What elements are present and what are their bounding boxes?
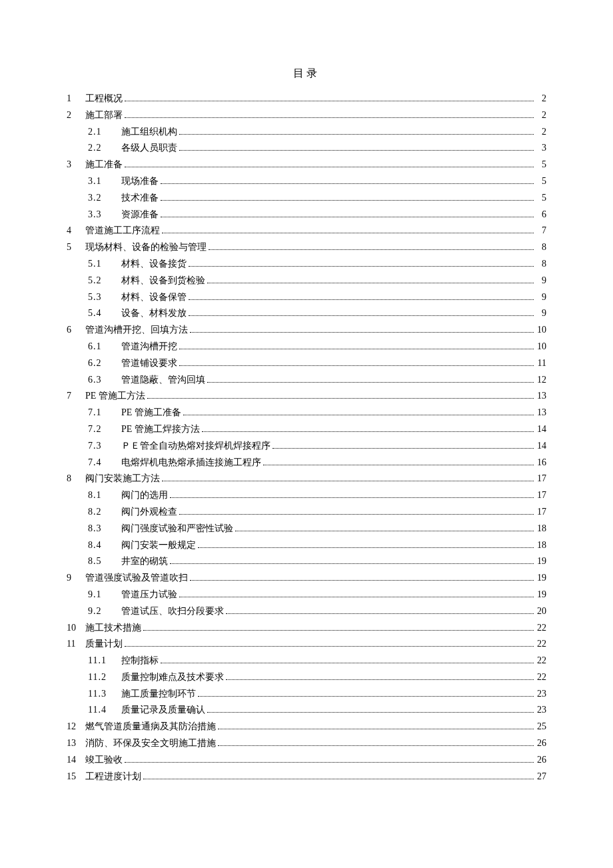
toc-entry-page: 27 xyxy=(536,769,546,785)
toc-entry-text: 资源准备 xyxy=(121,207,159,223)
toc-entry-text: 竣工验收 xyxy=(85,752,123,768)
toc-entry[interactable]: 2施工部署2 xyxy=(67,107,546,123)
toc-leader-dots xyxy=(125,167,534,167)
toc-entry-text: 管道强度试验及管道吹扫 xyxy=(85,570,188,586)
toc-leader-dots xyxy=(189,266,534,267)
toc-entry[interactable]: 2.1施工组织机构2 xyxy=(67,124,546,140)
toc-entry-text: PE 管施工焊接方法 xyxy=(121,421,200,437)
toc-entry[interactable]: 14竣工验收26 xyxy=(67,752,546,768)
toc-entry-page: 14 xyxy=(536,438,546,454)
toc-entry-text: 材料、设备保管 xyxy=(121,289,187,305)
toc-leader-dots xyxy=(226,613,534,614)
toc-entry-text: 阀门安装一般规定 xyxy=(121,537,196,553)
toc-entry-text: 阀门的选用 xyxy=(121,487,168,503)
toc-entry-number: 4 xyxy=(67,223,79,239)
toc-entry-number: 11 xyxy=(67,636,79,652)
toc-entry-text: 现场准备 xyxy=(121,173,159,189)
toc-entry-page: 7 xyxy=(536,223,546,239)
toc-entry[interactable]: 7PE 管施工方法13 xyxy=(67,388,546,404)
toc-entry-page: 19 xyxy=(536,570,546,586)
toc-entry-text: 阀门强度试验和严密性试验 xyxy=(121,521,233,537)
toc-leader-dots xyxy=(179,134,534,135)
toc-leader-dots xyxy=(189,299,534,300)
toc-entry-text: 控制指标 xyxy=(121,653,159,669)
toc-entry[interactable]: 7.1PE 管施工准备13 xyxy=(67,405,546,421)
toc-entry[interactable]: 3.2技术准备5 xyxy=(67,190,546,206)
toc-entry-number: 6.3 xyxy=(88,372,115,388)
toc-leader-dots xyxy=(218,745,534,746)
toc-entry[interactable]: 6.2管道铺设要求11 xyxy=(67,355,546,371)
toc-entry-page: 14 xyxy=(536,421,546,437)
toc-entry-number: 7 xyxy=(67,388,79,404)
toc-entry-page: 12 xyxy=(536,372,546,388)
toc-entry[interactable]: 9.1管道压力试验19 xyxy=(67,587,546,603)
toc-entry[interactable]: 6管道沟槽开挖、回填方法10 xyxy=(67,322,546,338)
toc-entry[interactable]: 8阀门安装施工方法17 xyxy=(67,471,546,487)
toc-entry[interactable]: 9管道强度试验及管道吹扫19 xyxy=(67,570,546,586)
toc-entry[interactable]: 15工程进度计划27 xyxy=(67,769,546,785)
toc-entry[interactable]: 11.2质量控制难点及技术要求22 xyxy=(67,669,546,685)
toc-entry-text: 材料、设备到货检验 xyxy=(121,273,205,289)
toc-entry[interactable]: 5.4设备、材料发放9 xyxy=(67,305,546,321)
toc-entry-page: 20 xyxy=(536,603,546,619)
toc-entry-number: 2.2 xyxy=(88,140,115,156)
toc-entry[interactable]: 13消防、环保及安全文明施工措施26 xyxy=(67,735,546,751)
toc-entry-number: 6 xyxy=(67,322,79,338)
toc-leader-dots xyxy=(125,117,534,118)
toc-entry[interactable]: 6.1管道沟槽开挖10 xyxy=(67,339,546,355)
toc-entry[interactable]: 11.1控制指标22 xyxy=(67,653,546,669)
toc-entry[interactable]: 5.1材料、设备接货8 xyxy=(67,256,546,272)
toc-entry-number: 2.1 xyxy=(88,124,115,140)
toc-entry-number: 5 xyxy=(67,239,79,255)
toc-entry[interactable]: 8.2阀门外观检查17 xyxy=(67,504,546,520)
toc-entry-text: 各级人员职责 xyxy=(121,140,177,156)
toc-entry-text: 管道沟槽开挖、回填方法 xyxy=(85,322,188,338)
toc-entry[interactable]: 7.3ＰＥ管全自动热熔对接焊机焊接程序14 xyxy=(67,438,546,454)
toc-entry[interactable]: 11质量计划22 xyxy=(67,636,546,652)
toc-entry-page: 23 xyxy=(536,686,546,702)
toc-entry[interactable]: 4管道施工工序流程7 xyxy=(67,223,546,239)
toc-entry[interactable]: 5现场材料、设备的检验与管理8 xyxy=(67,239,546,255)
toc-entry[interactable]: 8.1阀门的选用17 xyxy=(67,487,546,503)
toc-entry[interactable]: 11.4质量记录及质量确认23 xyxy=(67,702,546,718)
toc-entry[interactable]: 8.3阀门强度试验和严密性试验18 xyxy=(67,521,546,537)
toc-entry[interactable]: 10施工技术措施22 xyxy=(67,620,546,636)
toc-entry-page: 8 xyxy=(536,256,546,272)
toc-entry-page: 9 xyxy=(536,289,546,305)
toc-entry-page: 19 xyxy=(536,587,546,603)
toc-entry-page: 22 xyxy=(536,620,546,636)
toc-entry[interactable]: 1工程概况2 xyxy=(67,91,546,107)
toc-entry[interactable]: 7.4电熔焊机电热熔承插连接施工程序16 xyxy=(67,455,546,471)
toc-entry-number: 12 xyxy=(67,719,79,735)
toc-entry-number: 15 xyxy=(67,769,79,785)
toc-entry[interactable]: 9.2管道试压、吹扫分段要求20 xyxy=(67,603,546,619)
toc-leader-dots xyxy=(161,217,534,217)
toc-entry-number: 5.1 xyxy=(88,256,115,272)
toc-entry-text: 工程进度计划 xyxy=(85,769,141,785)
toc-entry-text: 质量计划 xyxy=(85,636,123,652)
toc-entry[interactable]: 5.2材料、设备到货检验9 xyxy=(67,273,546,289)
toc-entry-text: ＰＥ管全自动热熔对接焊机焊接程序 xyxy=(121,438,271,454)
toc-entry-page: 18 xyxy=(536,537,546,553)
toc-leader-dots xyxy=(209,249,534,250)
toc-entry[interactable]: 3.1现场准备5 xyxy=(67,173,546,189)
toc-entry-text: 现场材料、设备的检验与管理 xyxy=(85,239,207,255)
toc-entry[interactable]: 5.3材料、设备保管9 xyxy=(67,289,546,305)
toc-entry-page: 5 xyxy=(536,157,546,173)
toc-entry-page: 25 xyxy=(536,719,546,735)
toc-entry[interactable]: 3施工准备5 xyxy=(67,157,546,173)
toc-entry-number: 5.3 xyxy=(88,289,115,305)
toc-entry-number: 11.3 xyxy=(88,686,115,702)
toc-entry[interactable]: 7.2PE 管施工焊接方法14 xyxy=(67,421,546,437)
toc-entry[interactable]: 11.3施工质量控制环节23 xyxy=(67,686,546,702)
toc-entry-text: 施工质量控制环节 xyxy=(121,686,196,702)
toc-entry[interactable]: 3.3资源准备6 xyxy=(67,207,546,223)
toc-entry[interactable]: 8.4阀门安装一般规定18 xyxy=(67,537,546,553)
toc-entry-text: 管道压力试验 xyxy=(121,587,177,603)
toc-entry-page: 22 xyxy=(536,669,546,685)
toc-entry[interactable]: 2.2各级人员职责3 xyxy=(67,140,546,156)
toc-entry[interactable]: 12燃气管道质量通病及其防治措施25 xyxy=(67,719,546,735)
toc-entry-page: 2 xyxy=(536,124,546,140)
toc-entry[interactable]: 8.5井室的砌筑19 xyxy=(67,553,546,569)
toc-entry[interactable]: 6.3管道隐蔽、管沟回填12 xyxy=(67,372,546,388)
